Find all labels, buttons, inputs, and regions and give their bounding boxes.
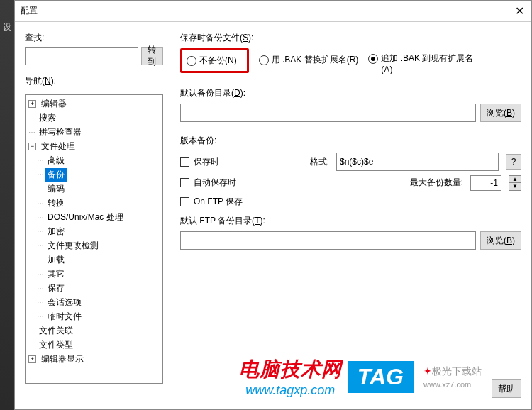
max-backup-input[interactable] <box>470 175 501 191</box>
tree-item-file-type[interactable]: 文件类型 <box>36 338 76 352</box>
tree-item-editor[interactable]: 编辑器 <box>38 97 70 111</box>
format-input[interactable] <box>336 153 499 171</box>
cb-on-autosave[interactable]: 自动保存时 <box>180 177 279 189</box>
watermark: 电脑技术网 www.tagxp.com TAG ✦极光下载站 www.xz7.c… <box>239 356 482 398</box>
tree-item-session[interactable]: 会话选项 <box>45 296 84 309</box>
expand-icon[interactable]: + <box>28 355 36 363</box>
format-label: 格式: <box>287 156 329 168</box>
tree-item-search[interactable]: 搜索 <box>36 111 59 125</box>
watermark-tag: TAG <box>348 361 414 393</box>
browse-button-1[interactable]: 浏览(B) <box>480 104 521 122</box>
tree-item-backup[interactable]: 备份 <box>45 168 67 182</box>
radio-bak-ext[interactable]: 用 .BAK 替换扩展名(R) <box>259 54 359 66</box>
search-label: 查找: <box>25 32 163 44</box>
tree-item-advanced[interactable]: 高级 <box>45 154 67 167</box>
tree-item-file-assoc[interactable]: 文件关联 <box>36 324 76 338</box>
cb-on-ftp[interactable]: On FTP 保存 <box>180 196 521 208</box>
go-button[interactable]: 转到 <box>141 47 163 65</box>
nav-label: 导航(N): <box>25 75 163 87</box>
radio-append-bak[interactable]: 追加 .BAK 到现有扩展名(A) <box>368 52 473 74</box>
tree-item-spell[interactable]: 拼写检查器 <box>36 126 84 139</box>
tree-item-change-detect[interactable]: 文件更改检测 <box>45 239 101 253</box>
expand-icon[interactable]: + <box>28 100 36 108</box>
tree-item-editor-disp[interactable]: 编辑器显示 <box>38 353 87 366</box>
window-title: 配置 <box>21 5 38 17</box>
tree-item-encoding[interactable]: 编码 <box>45 182 67 196</box>
default-backup-dir-label: 默认备份目录(D): <box>180 87 521 99</box>
tree-item-load[interactable]: 加载 <box>45 253 67 267</box>
default-ftp-dir-input[interactable] <box>180 231 476 250</box>
browse-button-2[interactable]: 浏览(B) <box>480 231 521 250</box>
default-ftp-dir-label: 默认 FTP 备份目录(T): <box>180 215 521 227</box>
search-input[interactable] <box>25 47 138 65</box>
cb-on-save[interactable]: 保存时 <box>180 156 279 168</box>
version-backup-label: 版本备份: <box>180 135 521 147</box>
format-help-button[interactable]: ? <box>506 154 521 170</box>
collapse-icon[interactable]: − <box>28 143 36 150</box>
tree-item-convert[interactable]: 转换 <box>45 196 67 210</box>
watermark-jg: ✦极光下载站 www.xz7.com <box>423 365 482 389</box>
tree-item-save[interactable]: 保存 <box>45 282 67 295</box>
tree-item-encrypt[interactable]: 加密 <box>45 225 67 238</box>
help-button[interactable]: 帮助 <box>492 379 521 398</box>
watermark-title: 电脑技术网 <box>239 356 342 383</box>
tree-item-dosunix[interactable]: DOS/Unix/Mac 处理 <box>45 211 126 224</box>
close-icon[interactable]: ✕ <box>513 5 526 18</box>
nav-tree[interactable]: +编辑器 ⋯搜索 ⋯拼写检查器 −文件处理 ⋯高级 ⋯备份 ⋯编码 ⋯转换 ⋯D… <box>25 94 163 384</box>
max-backup-spinner[interactable]: ▲▼ <box>509 175 521 191</box>
max-backup-label: 最大备份数量: <box>410 177 463 189</box>
default-backup-dir-input[interactable] <box>180 104 476 122</box>
tree-item-file-handling[interactable]: 文件处理 <box>38 140 78 153</box>
watermark-url: www.tagxp.com <box>245 383 335 398</box>
radio-no-backup[interactable]: 不备份(N) <box>187 55 237 67</box>
tree-item-misc[interactable]: 其它 <box>45 267 67 281</box>
tree-item-temp[interactable]: 临时文件 <box>45 310 84 323</box>
save-backup-label: 保存时备份文件(S): <box>180 32 521 44</box>
